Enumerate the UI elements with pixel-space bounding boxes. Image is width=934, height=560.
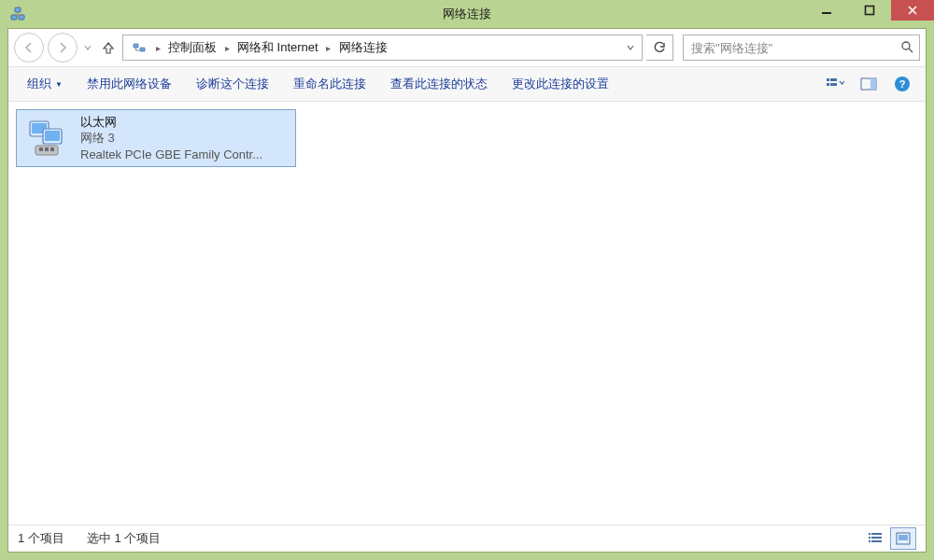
- diagnose-label: 诊断这个连接: [196, 76, 269, 92]
- chevron-down-icon: ▼: [55, 80, 63, 89]
- command-bar: 组织 ▼ 禁用此网络设备 诊断这个连接 重命名此连接 查看此连接的状态 更改此连…: [8, 66, 926, 102]
- address-dropdown-icon[interactable]: [620, 35, 640, 60]
- network-location-icon: [131, 39, 148, 56]
- svg-rect-3: [822, 12, 831, 14]
- change-settings-button[interactable]: 更改此连接的设置: [501, 72, 620, 96]
- svg-rect-29: [871, 540, 882, 542]
- svg-rect-9: [830, 78, 837, 81]
- breadcrumb-control-panel[interactable]: 控制面板: [164, 35, 220, 60]
- svg-rect-27: [871, 537, 882, 539]
- svg-rect-2: [15, 7, 21, 12]
- chevron-right-icon[interactable]: ▸: [220, 43, 234, 53]
- address-bar[interactable]: ▸ 控制面板 ▸ 网络和 Internet ▸ 网络连接: [122, 35, 643, 61]
- organize-label: 组织: [27, 76, 51, 92]
- svg-rect-28: [869, 540, 870, 542]
- connection-name: 以太网: [80, 114, 286, 131]
- window-title: 网络连接: [0, 6, 934, 22]
- rename-label: 重命名此连接: [293, 76, 366, 92]
- window-controls: [805, 0, 934, 21]
- details-view-button[interactable]: [862, 527, 888, 550]
- title-bar: 网络连接: [0, 0, 934, 28]
- svg-rect-21: [39, 147, 43, 151]
- ethernet-icon: [26, 116, 71, 161]
- search-box[interactable]: [683, 35, 920, 61]
- help-button[interactable]: ?: [886, 71, 918, 97]
- forward-button[interactable]: [48, 33, 78, 63]
- minimize-button[interactable]: [805, 0, 848, 21]
- content-area: 以太网 网络 3 Realtek PCIe GBE Family Contr..…: [8, 102, 926, 525]
- window-icon: [9, 6, 26, 22]
- svg-rect-31: [899, 535, 908, 540]
- back-button[interactable]: [14, 33, 44, 63]
- svg-rect-25: [871, 533, 882, 535]
- large-icons-view-button[interactable]: [890, 527, 916, 550]
- connection-subtitle: 网络 3: [80, 130, 286, 147]
- refresh-button[interactable]: [646, 35, 673, 61]
- svg-rect-13: [870, 78, 876, 90]
- breadcrumb-network-connections[interactable]: 网络连接: [335, 35, 391, 60]
- connection-item-ethernet[interactable]: 以太网 网络 3 Realtek PCIe GBE Family Contr..…: [16, 109, 296, 167]
- view-options-button[interactable]: [819, 71, 851, 97]
- view-status-button[interactable]: 查看此连接的状态: [379, 72, 499, 96]
- svg-text:?: ?: [899, 78, 906, 90]
- maximize-button[interactable]: [848, 0, 891, 21]
- disable-label: 禁用此网络设备: [87, 76, 172, 92]
- client-area: ▸ 控制面板 ▸ 网络和 Internet ▸ 网络连接: [7, 28, 927, 553]
- organize-menu[interactable]: 组织 ▼: [16, 72, 74, 96]
- rename-button[interactable]: 重命名此连接: [282, 72, 377, 96]
- chevron-right-icon[interactable]: ▸: [151, 43, 164, 53]
- disable-device-button[interactable]: 禁用此网络设备: [76, 72, 183, 96]
- item-count: 1 个项目: [18, 530, 64, 547]
- svg-rect-19: [45, 131, 60, 141]
- diagnose-button[interactable]: 诊断这个连接: [185, 72, 280, 96]
- connection-text: 以太网 网络 3 Realtek PCIe GBE Family Contr..…: [80, 114, 286, 163]
- svg-rect-23: [50, 147, 54, 151]
- svg-rect-8: [827, 78, 829, 81]
- svg-rect-11: [830, 83, 837, 86]
- navigation-bar: ▸ 控制面板 ▸ 网络和 Internet ▸ 网络连接: [8, 29, 926, 66]
- search-input[interactable]: [689, 40, 900, 56]
- preview-pane-button[interactable]: [853, 71, 884, 97]
- svg-rect-10: [827, 83, 829, 86]
- svg-rect-4: [866, 7, 874, 15]
- selected-count: 选中 1 个项目: [87, 530, 161, 547]
- svg-rect-24: [869, 533, 870, 535]
- svg-rect-22: [45, 147, 49, 151]
- change-label: 更改此连接的设置: [512, 76, 609, 92]
- close-button[interactable]: [891, 0, 934, 21]
- up-button[interactable]: [98, 35, 119, 61]
- status-label: 查看此连接的状态: [390, 76, 488, 92]
- svg-rect-6: [140, 48, 145, 51]
- search-icon: [900, 40, 913, 56]
- breadcrumb-network-internet[interactable]: 网络和 Internet: [234, 35, 322, 60]
- svg-rect-26: [869, 537, 870, 539]
- connection-device: Realtek PCIe GBE Family Contr...: [80, 147, 286, 163]
- svg-rect-5: [134, 44, 138, 48]
- explorer-window: 网络连接: [0, 0, 934, 560]
- svg-point-7: [902, 42, 910, 49]
- status-bar: 1 个项目 选中 1 个项目: [8, 525, 926, 552]
- history-dropdown-icon[interactable]: [81, 34, 94, 62]
- chevron-right-icon[interactable]: ▸: [322, 43, 335, 53]
